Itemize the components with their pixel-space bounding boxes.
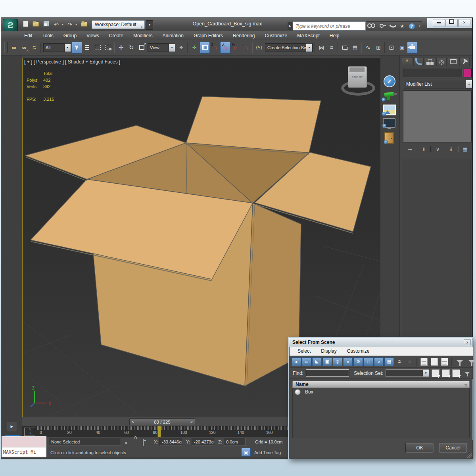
display-groups-toggle[interactable]: ⊙: [353, 357, 363, 366]
redo-dropdown[interactable]: ▾: [74, 21, 78, 29]
toolbar-grip[interactable]: [4, 42, 8, 53]
next-frame-button[interactable]: >: [188, 420, 195, 424]
tab-motion[interactable]: [436, 57, 447, 66]
minimize-button[interactable]: [433, 19, 445, 27]
viewcube-front-label[interactable]: FRONT: [348, 75, 367, 79]
undo-button[interactable]: ↶: [52, 21, 61, 29]
cancel-button[interactable]: Cancel: [439, 443, 467, 453]
maximize-button[interactable]: [445, 19, 458, 27]
mirror-button[interactable]: [316, 42, 326, 54]
viewport-label[interactable]: [ + ] [ Perspective ] [ Shaded + Edged F…: [24, 59, 120, 65]
menu-create[interactable]: Create: [109, 33, 123, 38]
save-file-button[interactable]: [42, 21, 50, 29]
select-and-link-button[interactable]: [9, 42, 19, 54]
listener-pane[interactable]: MAXScript Mi: [2, 448, 46, 457]
time-slider[interactable]: < 83 / 225 >: [22, 417, 290, 426]
project-folder-button[interactable]: [80, 21, 88, 29]
angle-snap-toggle[interactable]: ∠: [220, 42, 230, 54]
configure-modifier-sets-button[interactable]: ▦: [459, 146, 472, 152]
display-helpers-toggle[interactable]: ◎: [333, 357, 342, 366]
align-button[interactable]: ≡: [326, 42, 337, 54]
display-lights-toggle[interactable]: ◣: [312, 357, 322, 366]
menu-views[interactable]: Views: [86, 33, 99, 38]
make-unique-button[interactable]: ∨: [431, 146, 444, 152]
open-mini-curve-editor-button[interactable]: ∿↑↓: [24, 428, 35, 436]
menu-rendering[interactable]: Rendering: [233, 33, 255, 38]
dialog-menu-customize[interactable]: Customize: [347, 348, 370, 354]
modifier-list-dropdown[interactable]: Modifier List ▼: [404, 80, 472, 88]
keyboard-shortcut-override-toggle[interactable]: [200, 42, 210, 54]
ok-button[interactable]: OK: [406, 443, 434, 453]
box-back-flap[interactable]: [186, 96, 321, 153]
select-and-scale-button[interactable]: [136, 42, 147, 54]
app-menu-button[interactable]: S: [3, 19, 18, 33]
snap-toggle-3d[interactable]: 3: [210, 42, 220, 54]
communication-center-icon[interactable]: [388, 23, 397, 29]
menu-maxscript[interactable]: MAXScript: [297, 33, 320, 38]
tab-create[interactable]: *: [402, 57, 412, 66]
menu-animation[interactable]: Animation: [163, 33, 184, 38]
filter-funnel-icon[interactable]: [457, 360, 463, 363]
previous-frame-button[interactable]: <: [130, 420, 136, 424]
dialog-titlebar[interactable]: Select From Scene: [289, 338, 472, 347]
select-and-rotate-button[interactable]: [126, 42, 136, 54]
list-item-box[interactable]: Box: [293, 388, 469, 396]
scene-object-list[interactable]: Box: [292, 388, 470, 438]
manage-layers-button[interactable]: [340, 42, 350, 54]
favorites-star-icon[interactable]: ★: [398, 23, 407, 29]
select-and-move-button[interactable]: [116, 42, 126, 54]
search-icon[interactable]: [367, 23, 376, 29]
subscription-key-icon[interactable]: [377, 23, 386, 29]
display-geometry-toggle[interactable]: ●: [292, 357, 301, 366]
filter-dropdown-icon[interactable]: [465, 372, 470, 374]
display-shapes-toggle[interactable]: ▱: [302, 357, 311, 366]
track-bar[interactable]: ∿↑↓ 0 20 40 60 80 100 120 140 160: [22, 426, 290, 437]
rendered-frame-window-button[interactable]: [397, 42, 407, 54]
check-tool-button[interactable]: ✓: [384, 75, 395, 87]
object-name-field[interactable]: [403, 69, 463, 77]
image-tool-button[interactable]: ✓: [383, 104, 396, 115]
display-space-warps-toggle[interactable]: ≈: [343, 357, 353, 366]
tab-modify[interactable]: [413, 57, 424, 66]
spinner-snap-toggle[interactable]: ↕: [241, 42, 251, 54]
use-pivot-point-center-button[interactable]: [176, 42, 186, 54]
dialog-menu-display[interactable]: Display: [321, 348, 336, 354]
redo-button[interactable]: ↷: [65, 21, 74, 29]
viewcube[interactable]: FRONT: [340, 65, 375, 97]
render-setup-button[interactable]: [386, 42, 397, 54]
display-frozen-toggle[interactable]: ✲: [395, 357, 404, 366]
new-scene-button[interactable]: [21, 21, 30, 29]
resize-grip[interactable]: [467, 453, 472, 458]
menu-help[interactable]: Help: [330, 33, 340, 38]
door-tool-button[interactable]: ✓: [384, 132, 394, 144]
pin-stack-button[interactable]: ⊸: [403, 146, 416, 152]
menu-tools[interactable]: Tools: [42, 33, 54, 38]
time-slider-handle[interactable]: < 83 / 225 >: [129, 418, 195, 425]
render-production-button[interactable]: [407, 42, 417, 54]
curve-editor-button[interactable]: [363, 42, 373, 54]
menu-customize[interactable]: Customize: [265, 33, 287, 38]
workspace-dropdown[interactable]: Workspace: Default ▼: [92, 20, 145, 29]
search-box[interactable]: [293, 21, 366, 31]
help-dropdown[interactable]: ▾: [415, 23, 424, 29]
menu-edit[interactable]: Edit: [24, 33, 33, 38]
select-by-name-button[interactable]: [82, 42, 92, 54]
tab-hierarchy[interactable]: [425, 57, 435, 66]
x-coordinate-field[interactable]: -33.8446cm: [159, 438, 182, 446]
y-coordinate-field[interactable]: -20.4273cm: [192, 438, 214, 446]
select-none-button[interactable]: [442, 369, 450, 377]
viewcube-cube[interactable]: FRONT: [348, 66, 367, 88]
display-hidden-toggle[interactable]: ◌: [405, 357, 415, 366]
filter-combinations-icon[interactable]: [468, 360, 475, 363]
current-frame-marker[interactable]: [157, 426, 161, 437]
absolute-mode-toggle-icon[interactable]: [143, 439, 144, 446]
show-end-result-button[interactable]: ‖: [417, 146, 430, 152]
maxscript-mini-listener[interactable]: MAXScript Mi: [2, 436, 46, 457]
menu-graph-editors[interactable]: Graph Editors: [194, 33, 223, 38]
tab-utilities[interactable]: [459, 57, 470, 66]
undo-dropdown[interactable]: ▾: [61, 21, 65, 29]
select-and-manipulate-button[interactable]: [189, 42, 200, 54]
select-all-button[interactable]: [432, 369, 440, 377]
name-column-header[interactable]: Name ▽: [292, 381, 470, 388]
display-bones-toggle[interactable]: >: [374, 357, 384, 366]
